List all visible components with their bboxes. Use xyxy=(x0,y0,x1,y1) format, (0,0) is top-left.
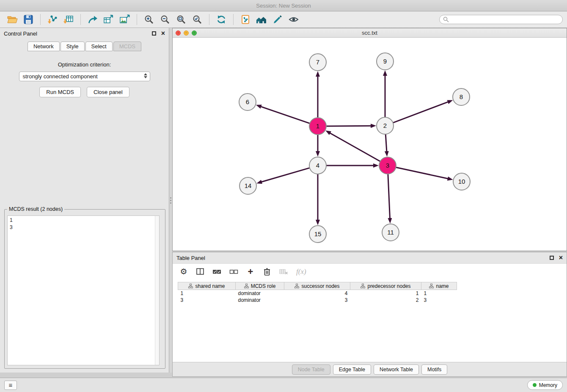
plus-icon: + xyxy=(248,267,253,276)
export-table-button[interactable] xyxy=(101,13,117,26)
graph-node-7[interactable]: 7 xyxy=(309,54,326,71)
tab-node-table[interactable]: Node Table xyxy=(292,364,330,375)
cell-successor-nodes[interactable]: 4 xyxy=(284,290,350,297)
window-close-button[interactable]: × xyxy=(176,30,181,36)
column-header-name[interactable]: name xyxy=(421,282,457,290)
zoom-selected-button[interactable] xyxy=(189,13,205,26)
graph-node-6[interactable]: 6 xyxy=(239,94,256,110)
graph-node-9[interactable]: 9 xyxy=(377,53,394,70)
memory-button[interactable]: Memory xyxy=(527,380,563,390)
graph-edge-3-1[interactable] xyxy=(330,133,380,161)
result-scrollbar[interactable] xyxy=(155,216,159,365)
import-network-button[interactable] xyxy=(44,13,61,26)
memory-label: Memory xyxy=(539,382,557,388)
float-panel-button[interactable] xyxy=(152,31,156,36)
table-row[interactable]: 3 dominator 3 2 3 xyxy=(178,297,457,304)
tab-motifs[interactable]: Motifs xyxy=(421,364,447,375)
graph-node-1[interactable]: 1 xyxy=(309,118,326,135)
table-settings-button[interactable]: ⚙ xyxy=(179,267,188,277)
mcds-result-textarea[interactable]: 1 3 xyxy=(7,215,160,365)
svg-text:1: 1 xyxy=(316,122,319,130)
export-network-button[interactable] xyxy=(85,13,101,26)
close-panel-button[interactable]: × xyxy=(161,30,165,37)
criterion-select[interactable]: strongly connected component xyxy=(19,72,150,81)
graph-node-8[interactable]: 8 xyxy=(453,88,470,105)
export-network-icon xyxy=(87,14,98,25)
cell-predecessor-nodes[interactable]: 1 xyxy=(350,290,421,297)
export-image-button[interactable] xyxy=(117,13,133,26)
table-row[interactable]: 1 dominator 4 1 1 xyxy=(178,290,457,297)
annotations-button[interactable] xyxy=(270,13,286,26)
tab-mcds[interactable]: MCDS xyxy=(113,41,141,51)
trash-icon xyxy=(263,268,271,276)
document-network-button[interactable] xyxy=(237,13,253,26)
column-header-predecessor-nodes[interactable]: predecessor nodes xyxy=(350,282,421,290)
graph-edge-1-6[interactable] xyxy=(261,107,309,124)
column-header-mcds-role[interactable]: MCDS role xyxy=(236,282,284,290)
cell-shared-name[interactable]: 3 xyxy=(178,297,236,304)
graph-node-4[interactable]: 4 xyxy=(309,157,326,174)
columns-icon xyxy=(196,268,204,275)
column-header-shared-name[interactable]: shared name xyxy=(178,282,236,290)
zoom-fit-button[interactable] xyxy=(173,13,189,26)
graph-edge-1-2[interactable] xyxy=(327,126,371,126)
graph-edge-4-14[interactable] xyxy=(261,168,309,182)
cell-name[interactable]: 1 xyxy=(421,290,457,297)
vertical-splitter[interactable] xyxy=(169,28,172,373)
zoom-out-button[interactable] xyxy=(157,13,173,26)
import-table-button[interactable] xyxy=(61,13,77,26)
task-history-button[interactable]: ≡ xyxy=(4,381,17,390)
float-table-panel-button[interactable] xyxy=(550,256,554,260)
graph-node-14[interactable]: 14 xyxy=(239,177,256,194)
close-table-panel-button[interactable]: × xyxy=(559,254,563,261)
cell-name[interactable]: 3 xyxy=(421,297,457,304)
graph-node-2[interactable]: 2 xyxy=(377,117,394,134)
cell-successor-nodes[interactable]: 3 xyxy=(284,297,350,304)
select-stepper-icon xyxy=(144,73,147,78)
cell-mcds-role[interactable]: dominator xyxy=(236,297,284,304)
graph-edge-3-11[interactable] xyxy=(388,174,390,218)
graph-edge-2-8[interactable] xyxy=(394,102,449,123)
column-header-successor-nodes[interactable]: successor nodes xyxy=(284,282,350,290)
select-all-button[interactable] xyxy=(212,267,221,277)
tab-network-table[interactable]: Network Table xyxy=(374,364,419,375)
open-session-button[interactable] xyxy=(4,13,20,26)
tab-network[interactable]: Network xyxy=(28,41,60,51)
refresh-button[interactable] xyxy=(213,13,229,26)
tab-edge-table[interactable]: Edge Table xyxy=(333,364,371,375)
graph-node-10[interactable]: 10 xyxy=(453,173,470,190)
delete-column-button[interactable] xyxy=(263,267,271,277)
graph-node-15[interactable]: 15 xyxy=(309,226,326,243)
function-builder-button[interactable]: f(x) xyxy=(296,267,306,277)
cell-predecessor-nodes[interactable]: 2 xyxy=(350,297,421,304)
cell-mcds-role[interactable]: dominator xyxy=(236,290,284,297)
tab-select[interactable]: Select xyxy=(85,41,113,51)
graph-node-11[interactable]: 11 xyxy=(382,224,399,241)
graph-edge-2-3[interactable] xyxy=(385,135,387,152)
control-panel-tabs: Network Style Select MCDS xyxy=(0,39,169,51)
save-session-button[interactable] xyxy=(20,13,36,26)
run-mcds-button[interactable]: Run MCDS xyxy=(39,87,81,97)
import-network-icon xyxy=(47,14,58,25)
show-hide-button[interactable] xyxy=(286,13,302,26)
add-column-button[interactable]: + xyxy=(246,267,255,277)
attribute-tree-icon xyxy=(188,284,193,288)
tab-style[interactable]: Style xyxy=(61,41,85,51)
overview-button[interactable] xyxy=(253,13,270,26)
table-panel-header: Table Panel × xyxy=(173,252,567,263)
show-columns-button[interactable] xyxy=(196,267,204,277)
graph-node-3[interactable]: 3 xyxy=(379,157,396,174)
network-canvas[interactable]: 7968124310141511 xyxy=(173,38,567,251)
window-minimize-button[interactable]: − xyxy=(184,30,189,36)
window-zoom-button[interactable]: + xyxy=(192,30,197,36)
close-panel-button-cp[interactable]: Close panel xyxy=(87,87,129,97)
column-label: predecessor nodes xyxy=(367,283,410,289)
delete-table-button[interactable] xyxy=(279,267,288,277)
control-panel-header: Control Panel × xyxy=(0,28,169,39)
deselect-all-button[interactable] xyxy=(229,267,238,277)
search-input[interactable] xyxy=(451,17,559,22)
search-field[interactable] xyxy=(439,15,563,24)
cell-shared-name[interactable]: 1 xyxy=(178,290,236,297)
graph-edge-3-10[interactable] xyxy=(396,168,448,179)
zoom-in-button[interactable] xyxy=(141,13,157,26)
